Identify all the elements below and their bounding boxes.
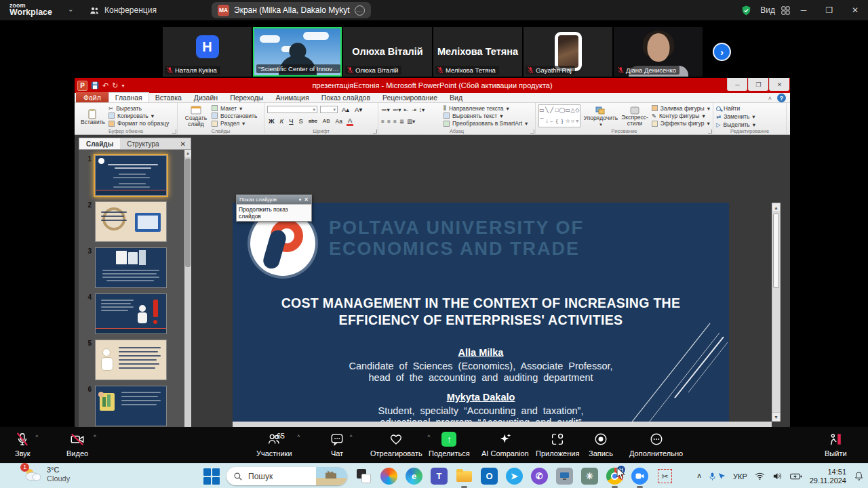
save-icon[interactable] [91, 81, 99, 89]
shapes-gallery[interactable]: ▭╲╱□◯▭△◇ ⌒↓←{}☆○▿ [538, 104, 580, 127]
more-button[interactable]: Дополнительно [629, 432, 683, 458]
arrange-button[interactable]: Упорядочить▾ [584, 104, 618, 129]
tab-design[interactable]: Дизайн [188, 92, 224, 102]
search-daily-image[interactable] [316, 467, 347, 485]
react-button[interactable]: ˄ Отреагировать [370, 432, 422, 458]
battery-icon[interactable] [790, 472, 802, 481]
tab-review[interactable]: Рецензирование [376, 92, 443, 102]
participants-button[interactable]: ˄ 65 Участники [256, 432, 292, 458]
indent-decrease-icon[interactable]: ⇤ [404, 106, 409, 113]
view-button[interactable]: Вид [760, 5, 775, 15]
layout-button[interactable]: Макет ▾ [212, 104, 257, 112]
participant-tile[interactable]: Gayathri Raj [524, 27, 612, 77]
tab-slides-pane[interactable]: Слайды [79, 138, 120, 149]
edge-icon[interactable]: e [406, 468, 422, 485]
hidden-icons-chevron[interactable]: ˄ [697, 472, 701, 480]
start-button[interactable] [203, 468, 220, 485]
format-painter-button[interactable]: Формат по образцу [108, 120, 169, 127]
slide-scrollbar[interactable]: ▲ ▼ [772, 203, 781, 422]
weather-widget[interactable]: 1 3°C Cloudy [23, 466, 70, 483]
participant-tile[interactable]: Олюха Віталій Олюха Віталій [343, 27, 432, 77]
maximize-button[interactable]: ❒ [816, 0, 842, 20]
dialog-launcher-icon[interactable] [373, 129, 377, 134]
shape-effects-button[interactable]: Эффекты фигур ▾ [652, 120, 710, 127]
underline-button[interactable]: Ч [288, 117, 294, 125]
find-button[interactable]: Найти [716, 104, 783, 113]
copy-button[interactable]: Копировать ▾ [108, 112, 169, 119]
align-left-icon[interactable]: ≡ [381, 118, 384, 125]
grow-font-icon[interactable]: А▴ [340, 106, 351, 113]
snipping-tool-icon[interactable]: ✂ [656, 468, 673, 485]
align-right-icon[interactable]: ≡ [393, 118, 397, 125]
audio-options-chevron[interactable]: ˄ [35, 433, 39, 439]
align-center-icon[interactable]: ≡ [387, 118, 391, 125]
italic-button[interactable]: К [279, 117, 285, 125]
shrink-font-icon[interactable]: А▾ [353, 106, 363, 113]
participant-tile[interactable]: Діана Денисенко [614, 27, 703, 77]
video-options-chevron[interactable]: ˄ [93, 433, 96, 439]
tab-file[interactable]: Файл [76, 92, 108, 102]
slide-thumbnail-2[interactable] [95, 201, 167, 242]
quick-styles-button[interactable]: Экспресс-стили [621, 104, 648, 129]
slide-thumbnail-1[interactable] [95, 155, 167, 196]
security-shield-icon[interactable] [741, 5, 752, 16]
tab-animations[interactable]: Анимация [269, 92, 315, 102]
minimize-button[interactable]: ─ [791, 0, 816, 20]
more-options-icon[interactable]: … [355, 5, 365, 16]
columns-icon[interactable]: ▥▾ [407, 118, 415, 125]
align-text-button[interactable]: Выровнять текст ▾ [443, 112, 528, 119]
view-layout-icon[interactable] [781, 5, 791, 16]
chatgpt-icon[interactable]: ✳ [581, 468, 598, 485]
tab-slideshow[interactable]: Показ слайдов [315, 92, 376, 102]
slide-thumbnail-6[interactable] [95, 386, 167, 426]
next-participants-button[interactable]: › [713, 43, 731, 61]
powerpoint-app-icon[interactable]: P [77, 81, 87, 91]
scroll-up-icon[interactable]: ▲ [772, 203, 780, 212]
shape-fill-button[interactable]: Заливка фигуры ▾ [652, 104, 710, 112]
paste-button[interactable]: Вставить [77, 104, 108, 129]
popup-dropdown-icon[interactable]: ▾ [299, 197, 302, 203]
popup-close-icon[interactable]: ✕ [304, 197, 309, 203]
scroll-down-icon[interactable]: ▼ [772, 412, 780, 421]
file-explorer-icon[interactable] [456, 468, 473, 485]
ppt-titlebar[interactable]: P ↶ ↻ ▾ презентаціяЕстонія - Microsoft P… [75, 78, 790, 93]
tab-insert[interactable]: Вставка [149, 92, 188, 102]
ppt-restore-button[interactable]: ❐ [748, 78, 768, 91]
chat-options-chevron[interactable]: ˄ [349, 433, 353, 439]
shared-screen-tab[interactable]: MA Экран (Milka Alla, Dakalo Mykyt … [212, 2, 371, 18]
bullets-icon[interactable]: ≔▾ [381, 106, 390, 113]
collapse-ribbon-icon[interactable]: ˄ [768, 95, 772, 102]
zoom-app-icon[interactable] [631, 468, 648, 485]
participants-options-chevron[interactable]: ˄ [297, 433, 300, 439]
shape-outline-button[interactable]: ✎Контур фигуры ▾ [652, 112, 710, 119]
bold-button[interactable]: Ж [267, 117, 276, 125]
font-size-select[interactable]: ▾ [320, 106, 338, 113]
section-button[interactable]: Раздел ▾ [212, 120, 257, 127]
justify-icon[interactable]: ≣ [399, 118, 404, 125]
redo-icon[interactable]: ↻ [112, 81, 118, 90]
search-box[interactable]: Пошук [226, 467, 347, 485]
replace-button[interactable]: ⇄Заменить ▾ [716, 113, 783, 121]
resume-slideshow-button[interactable]: Продолжить показ слайдов [237, 204, 311, 221]
scroll-up-icon[interactable]: ▲ [184, 150, 191, 157]
line-spacing-icon[interactable]: ↕▾ [419, 106, 425, 113]
share-screen-button[interactable]: ↑ Поделиться [429, 432, 470, 458]
participant-tile-active-speaker[interactable]: "Scientific Center of Innov… [253, 27, 342, 77]
audio-button[interactable]: ˄ Звук [15, 432, 31, 458]
chat-button[interactable]: ˄ Чат [330, 432, 344, 458]
new-slide-button[interactable]: Создать слайд [180, 104, 212, 129]
numbering-icon[interactable]: ≕▾ [393, 106, 401, 113]
pane-scrollbar[interactable]: ▲ [184, 150, 191, 427]
screen-share-indicator[interactable] [709, 472, 726, 481]
viber-icon[interactable]: ✆ [531, 468, 548, 485]
tab-outline-pane[interactable]: Структура [120, 138, 165, 149]
shadow-button[interactable]: S [298, 117, 304, 125]
teams-icon[interactable]: T [431, 468, 448, 485]
ai-companion-button[interactable]: AI Companion [481, 432, 529, 458]
font-family-select[interactable]: ▾ [267, 106, 317, 113]
tab-home[interactable]: Главная [108, 92, 149, 102]
meeting-tab[interactable]: Конференция [90, 0, 157, 20]
slideshow-popup-header[interactable]: Показ слайдов ▾ ✕ [237, 195, 311, 204]
copilot-icon[interactable] [380, 468, 397, 485]
scrollbar-thumb[interactable] [185, 159, 191, 267]
